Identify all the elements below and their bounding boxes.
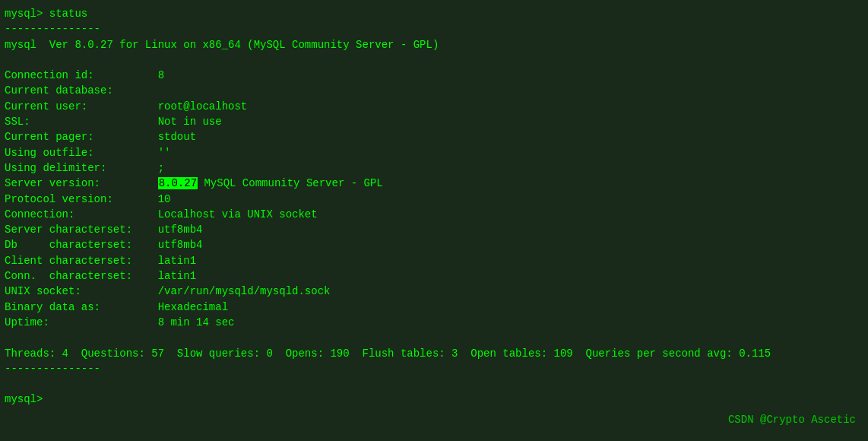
ssl-line: SSL: Not in use [5,114,863,129]
pager-line: Current pager: stdout [5,129,863,144]
binary-data-line: Binary data as: Hexadecimal [5,300,863,315]
command-line: mysql> status [5,6,863,21]
blank1 [5,52,863,68]
outfile-line: Using outfile: '' [5,145,863,160]
blank3 [5,376,863,392]
blank2 [5,330,863,345]
connection-id-line: Connection id: 8 [5,68,863,83]
server-charset-line: Server characterset: utf8mb4 [5,222,863,237]
server-version-suffix: MySQL Community Server - GPL [198,177,383,189]
db-charset-line: Db characterset: utf8mb4 [5,237,863,252]
current-user-line: Current user: root@localhost [5,99,863,114]
uptime-line: Uptime: 8 min 14 sec [5,315,863,330]
stats-line: Threads: 4 Questions: 57 Slow queries: 0… [5,346,863,361]
version-line: mysql Ver 8.0.27 for Linux on x86_64 (My… [5,37,863,52]
current-database-line: Current database: [5,83,863,98]
connection-line: Connection: Localhost via UNIX socket [5,207,863,222]
terminal-window: mysql> status --------------- mysql Ver … [5,6,863,435]
unix-socket-line: UNIX socket: /var/run/mysqld/mysqld.sock [5,284,863,299]
delimiter-line: Using delimiter: ; [5,160,863,176]
server-version-line: Server version: 8.0.27 MySQL Community S… [5,176,863,191]
watermark: CSDN @Crypto Ascetic [728,414,856,426]
prompt-line[interactable]: mysql> [5,392,863,407]
divider-bottom: --------------- [5,361,863,376]
divider-top: --------------- [5,21,863,36]
protocol-version-line: Protocol version: 10 [5,192,863,207]
client-charset-line: Client characterset: latin1 [5,253,863,268]
conn-charset-line: Conn. characterset: latin1 [5,268,863,284]
server-version-prefix: Server version: [5,177,158,189]
server-version-highlight: 8.0.27 [158,177,198,189]
